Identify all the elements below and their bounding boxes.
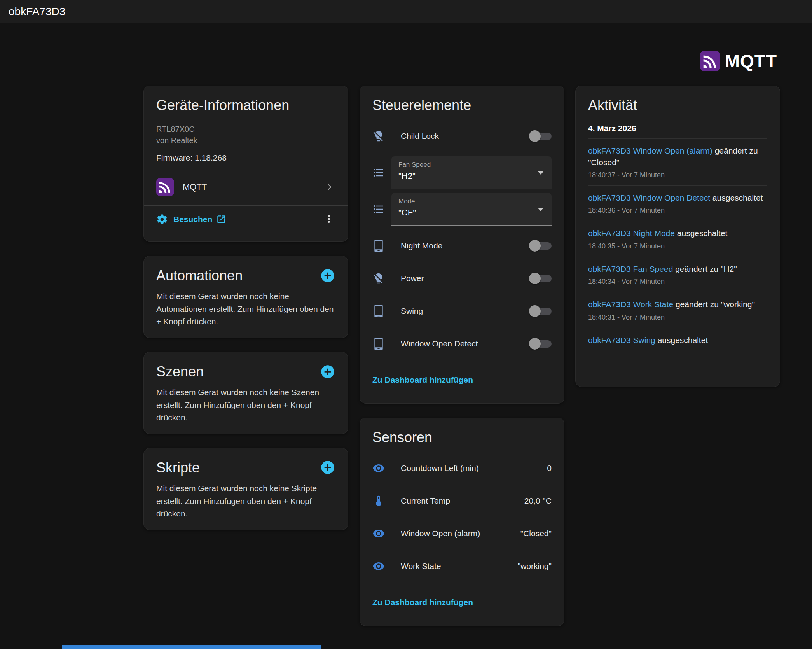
sensors-card: Sensoren Countdown Left (min) 0 Current … bbox=[360, 418, 564, 626]
sensors-add-to-dashboard-link[interactable]: Zu Dashboard hinzufügen bbox=[372, 598, 473, 607]
logbook-entry: obkFA73D3 Window Open Detect ausgeschalt… bbox=[588, 185, 767, 221]
device-firmware: Firmware: 1.18.268 bbox=[156, 153, 335, 163]
device-info-title: Geräte-Informationen bbox=[156, 97, 335, 114]
logbook-action: ausgeschaltet bbox=[677, 229, 728, 238]
horizontal-scrollbar-thumb[interactable] bbox=[62, 645, 321, 649]
add-automation-button[interactable] bbox=[320, 268, 335, 283]
sensor-row-window-open-alarm[interactable]: Window Open (alarm) "Closed" bbox=[372, 517, 552, 550]
logbook-entry: obkFA73D3 Window Open (alarm) geändert z… bbox=[588, 138, 767, 185]
tablet-icon bbox=[372, 240, 385, 252]
format-list-icon bbox=[372, 166, 385, 179]
control-label: Night Mode bbox=[401, 241, 529, 250]
format-list-icon bbox=[372, 203, 385, 215]
fan-speed-select[interactable]: Fan Speed "H2" bbox=[391, 156, 552, 189]
left-column: Geräte-Informationen RTL87X0C von Realte… bbox=[143, 86, 348, 544]
select-label: Fan Speed bbox=[398, 161, 530, 169]
logbook-entity-link[interactable]: obkFA73D3 Fan Speed bbox=[588, 264, 673, 273]
mqtt-logo-icon bbox=[700, 51, 720, 71]
chevron-right-icon bbox=[324, 181, 335, 193]
logbook-action: ausgeschaltet bbox=[712, 193, 763, 202]
automations-card: Automationen Mit diesem Gerät wurden noc… bbox=[143, 256, 348, 338]
logbook-entry: obkFA73D3 Swing ausgeschaltet bbox=[588, 328, 767, 355]
gear-icon bbox=[156, 213, 168, 225]
sensor-row-current-temp[interactable]: Current Temp 20,0 °C bbox=[372, 485, 552, 517]
logbook-entity-link[interactable]: obkFA73D3 Swing bbox=[588, 336, 655, 345]
logbook-entity-link[interactable]: obkFA73D3 Work State bbox=[588, 300, 673, 309]
control-row-mode: Mode "CF" bbox=[372, 193, 552, 226]
logbook-time: 18:40:36 - Vor 7 Minuten bbox=[588, 206, 767, 215]
logbook-entry: obkFA73D3 Night Mode ausgeschaltet 18:40… bbox=[588, 221, 767, 256]
sensor-value: "Closed" bbox=[520, 529, 552, 538]
select-label: Mode bbox=[398, 198, 530, 205]
logbook-entity-link[interactable]: obkFA73D3 Window Open (alarm) bbox=[588, 146, 712, 155]
lightbulb-off-icon bbox=[372, 130, 385, 142]
mqtt-integration-icon bbox=[156, 178, 174, 196]
logbook-entity-link[interactable]: obkFA73D3 Window Open Detect bbox=[588, 193, 710, 202]
logbook-action: geändert zu "working" bbox=[676, 300, 755, 309]
device-model: RTL87X0C bbox=[156, 124, 335, 135]
sensor-label: Countdown Left (min) bbox=[401, 464, 547, 473]
app-header: obkFA73D3 bbox=[0, 0, 812, 23]
center-column: Steuerelemente Child Lock Fan Speed "H2"… bbox=[360, 86, 564, 640]
logbook-time: 18:40:37 - Vor 7 Minuten bbox=[588, 171, 767, 179]
control-label: Window Open Detect bbox=[401, 339, 529, 348]
dropdown-caret-icon bbox=[538, 171, 544, 175]
eye-icon bbox=[372, 560, 385, 572]
device-manufacturer: von Realtek bbox=[156, 135, 335, 146]
controls-add-to-dashboard-link[interactable]: Zu Dashboard hinzufügen bbox=[372, 375, 473, 385]
sensor-label: Work State bbox=[401, 562, 518, 571]
device-actions-row: Besuchen bbox=[156, 206, 335, 232]
add-scene-button[interactable] bbox=[320, 364, 335, 380]
integration-row-mqtt[interactable]: MQTT bbox=[156, 174, 335, 200]
thermometer-icon bbox=[372, 495, 385, 507]
automations-empty-text: Mit diesem Gerät wurden noch keine Autom… bbox=[156, 290, 335, 328]
add-script-button[interactable] bbox=[320, 460, 335, 475]
plus-circle-icon bbox=[320, 364, 335, 380]
scripts-card: Skripte Mit diesem Gerät wurden noch kei… bbox=[143, 448, 348, 530]
logbook-entity-link[interactable]: obkFA73D3 Night Mode bbox=[588, 229, 675, 238]
tablet-icon bbox=[372, 305, 385, 317]
sensor-label: Current Temp bbox=[401, 496, 524, 506]
logbook-action: ausgeschaltet bbox=[658, 336, 708, 345]
sensor-row-work-state[interactable]: Work State "working" bbox=[372, 550, 552, 583]
control-row-child-lock: Child Lock bbox=[372, 120, 552, 152]
activity-title: Aktivität bbox=[588, 97, 767, 114]
scenes-empty-text: Mit diesem Gerät wurden noch keine Szene… bbox=[156, 386, 335, 424]
sensor-label: Window Open (alarm) bbox=[401, 529, 520, 538]
device-info-card: Geräte-Informationen RTL87X0C von Realte… bbox=[143, 86, 348, 242]
child-lock-toggle[interactable] bbox=[529, 130, 552, 142]
swing-toggle[interactable] bbox=[529, 305, 552, 317]
logbook-time: 18:40:31 - Vor 7 Minuten bbox=[588, 313, 767, 322]
activity-card: Aktivität 4. März 2026 obkFA73D3 Window … bbox=[575, 86, 780, 387]
divider bbox=[144, 205, 348, 206]
visit-link-label: Besuchen bbox=[173, 215, 212, 224]
night-mode-toggle[interactable] bbox=[529, 240, 552, 252]
mqtt-logo: MQTT bbox=[700, 51, 777, 72]
control-row-fan-speed: Fan Speed "H2" bbox=[372, 156, 552, 189]
mode-select[interactable]: Mode "CF" bbox=[391, 193, 552, 226]
control-label: Child Lock bbox=[401, 131, 529, 141]
plus-circle-icon bbox=[320, 460, 335, 475]
window-open-detect-toggle[interactable] bbox=[529, 338, 552, 350]
device-menu-button[interactable] bbox=[322, 213, 335, 226]
mqtt-logo-text: MQTT bbox=[725, 51, 777, 72]
control-row-power: Power bbox=[372, 262, 552, 295]
scenes-card: Szenen Mit diesem Gerät wurden noch kein… bbox=[143, 352, 348, 434]
external-link-icon bbox=[216, 214, 226, 224]
select-value: "CF" bbox=[398, 208, 530, 218]
power-toggle[interactable] bbox=[529, 273, 552, 284]
control-row-window-open-detect: Window Open Detect bbox=[372, 327, 552, 360]
visit-link[interactable]: Besuchen bbox=[173, 214, 226, 224]
lightbulb-off-icon bbox=[372, 272, 385, 285]
right-column: Aktivität 4. März 2026 obkFA73D3 Window … bbox=[575, 86, 780, 401]
page-title: obkFA73D3 bbox=[9, 5, 65, 18]
control-label: Power bbox=[401, 274, 529, 283]
sensor-row-countdown-left[interactable]: Countdown Left (min) 0 bbox=[372, 452, 552, 485]
tablet-icon bbox=[372, 338, 385, 350]
logbook-entry: obkFA73D3 Work State geändert zu "workin… bbox=[588, 292, 767, 327]
logbook-time: 18:40:35 - Vor 7 Minuten bbox=[588, 242, 767, 250]
dots-vertical-icon bbox=[323, 213, 335, 225]
eye-icon bbox=[372, 527, 385, 540]
select-value: "H2" bbox=[398, 171, 530, 181]
logbook-time: 18:40:34 - Vor 7 Minuten bbox=[588, 278, 767, 286]
